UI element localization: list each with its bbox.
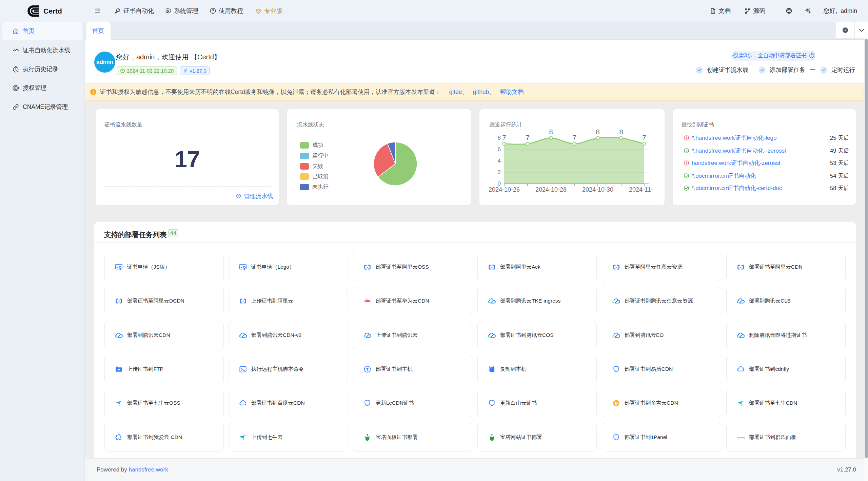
svg-text:2: 2 bbox=[498, 169, 501, 175]
svg-text:8: 8 bbox=[549, 128, 553, 136]
svg-text:8: 8 bbox=[596, 128, 599, 136]
svg-text:4: 4 bbox=[498, 158, 501, 164]
svg-text:2024-11-: 2024-11- bbox=[629, 186, 653, 193]
svg-text:2024-10-30: 2024-10-30 bbox=[582, 186, 613, 193]
svg-text:Synology: Synology bbox=[737, 437, 745, 439]
svg-text:7: 7 bbox=[502, 134, 506, 141]
svg-text:7: 7 bbox=[642, 134, 646, 141]
svg-text:7: 7 bbox=[572, 134, 576, 141]
svg-text:2024-10-28: 2024-10-28 bbox=[535, 186, 567, 193]
svg-text:2024-10-26: 2024-10-26 bbox=[489, 186, 520, 193]
svg-text:8: 8 bbox=[619, 128, 623, 136]
svg-text:8: 8 bbox=[498, 135, 501, 141]
svg-text:7: 7 bbox=[526, 134, 529, 141]
svg-text:6: 6 bbox=[498, 146, 501, 153]
